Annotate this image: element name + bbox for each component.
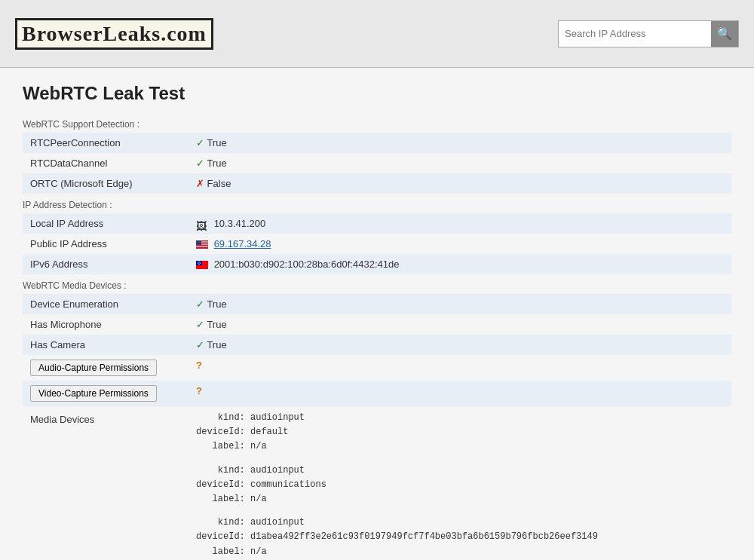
tw-flag-icon [196, 261, 208, 269]
table-row: IPv6 Address 2001:b030:d902:100:28ba:6d0… [23, 254, 731, 274]
svg-rect-5 [196, 246, 208, 247]
page-title: WebRTC Leak Test [23, 83, 731, 104]
row-value: ✓ True [188, 335, 731, 355]
check-icon: ✓ [196, 319, 204, 330]
row-value: ✓ True [188, 153, 731, 173]
row-value: 69.167.34.28 [188, 234, 731, 254]
cross-icon: ✗ [196, 178, 204, 189]
local-ip: 10.3.41.200 [214, 218, 266, 229]
support-detection-table: RTCPeerConnection ✓ True RTCDataChannel … [23, 133, 731, 194]
row-label: RTCDataChannel [23, 153, 188, 173]
public-ip-link[interactable]: 69.167.34.28 [214, 238, 271, 249]
row-value: ✓ True [188, 314, 731, 335]
check-icon: ✓ [196, 158, 204, 169]
row-label: Public IP Address [23, 234, 188, 254]
ip-detection-header: IP Address Detection : [23, 197, 731, 213]
row-label: Video-Capture Permissions [23, 381, 188, 406]
support-detection-header: WebRTC Support Detection : [23, 116, 731, 133]
main-content: WebRTC Leak Test WebRTC Support Detectio… [0, 68, 754, 560]
media-devices-cell: kind: audioinput deviceId: default label… [188, 406, 731, 560]
table-row: Has Microphone ✓ True [23, 314, 731, 335]
logo: BrowserLeaks.com [15, 18, 213, 50]
search-area: 🔍 [558, 20, 739, 47]
row-label: Audio-Capture Permissions [23, 355, 188, 381]
check-icon: ✓ [196, 137, 204, 148]
monitor-icon: 🖼 [196, 220, 208, 228]
row-label: IPv6 Address [23, 254, 188, 274]
row-value: 🖼 10.3.41.200 [188, 213, 731, 234]
table-row: Media Devices kind: audioinput deviceId:… [23, 406, 731, 560]
media-devices-header: WebRTC Media Devices : [23, 277, 731, 294]
check-icon: ✓ [196, 339, 204, 350]
table-row: ORTC (Microsoft Edge) ✗ False [23, 173, 731, 194]
table-row: RTCDataChannel ✓ True [23, 153, 731, 173]
row-value: ? [188, 381, 731, 406]
table-row: RTCPeerConnection ✓ True [23, 133, 731, 153]
table-row: Local IP Address 🖼 10.3.41.200 [23, 213, 731, 234]
row-value: ✓ True [188, 133, 731, 153]
ip-detection-table: Local IP Address 🖼 10.3.41.200 Public IP… [23, 213, 731, 274]
media-devices-table: Device Enumeration ✓ True Has Microphone… [23, 294, 731, 560]
header: BrowserLeaks.com 🔍 [0, 0, 754, 68]
us-flag-icon [196, 240, 208, 249]
svg-rect-7 [196, 240, 201, 245]
row-value: 2001:b030:d902:100:28ba:6d0f:4432:41de [188, 254, 731, 274]
row-label: ORTC (Microsoft Edge) [23, 173, 188, 194]
row-label: Has Microphone [23, 314, 188, 335]
video-permission-status: ? [196, 385, 202, 396]
svg-rect-6 [196, 247, 208, 248]
svg-rect-4 [196, 245, 208, 246]
audio-permission-status: ? [196, 360, 202, 371]
table-row: Public IP Address 69.167.34.28 [23, 234, 731, 254]
row-value: ✓ True [188, 294, 731, 314]
table-row: Audio-Capture Permissions ? [23, 355, 731, 381]
table-row: Has Camera ✓ True [23, 335, 731, 355]
row-label: Media Devices [23, 406, 188, 560]
media-device-block: kind: audioinput deviceId: default label… [196, 411, 724, 454]
audio-capture-permissions-button[interactable]: Audio-Capture Permissions [30, 360, 157, 376]
row-label: Device Enumeration [23, 294, 188, 314]
row-value: ? [188, 355, 731, 381]
row-label: Has Camera [23, 335, 188, 355]
search-button[interactable]: 🔍 [711, 21, 738, 47]
search-input[interactable] [559, 21, 711, 47]
row-value: ✗ False [188, 173, 731, 194]
row-label: RTCPeerConnection [23, 133, 188, 153]
table-row: Video-Capture Permissions ? [23, 381, 731, 406]
video-capture-permissions-button[interactable]: Video-Capture Permissions [30, 385, 157, 402]
media-device-block: kind: audioinput deviceId: d1abea492ff3e… [196, 516, 724, 559]
media-device-block: kind: audioinput deviceId: communication… [196, 464, 724, 507]
ipv6-address: 2001:b030:d902:100:28ba:6d0f:4432:41de [214, 259, 400, 270]
row-label: Local IP Address [23, 213, 188, 234]
check-icon: ✓ [196, 298, 204, 310]
table-row: Device Enumeration ✓ True [23, 294, 731, 314]
